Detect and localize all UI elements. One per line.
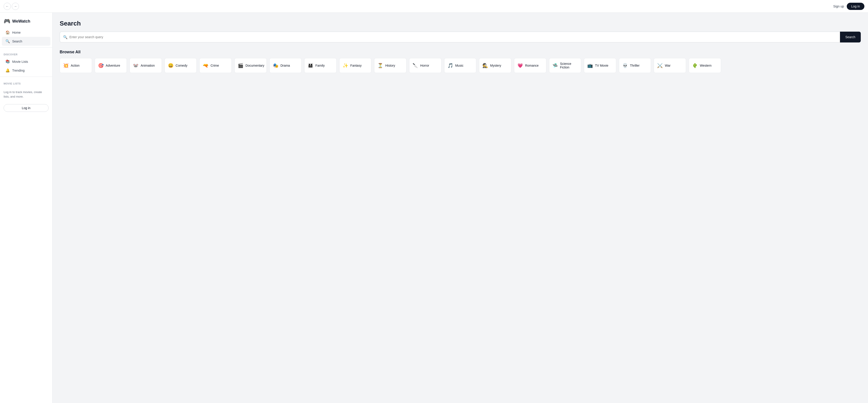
search-submit-button[interactable]: Search (840, 32, 861, 42)
topbar-left: ← → (4, 3, 19, 10)
sidebar-item-movie-lists-label: Movie Lists (12, 60, 28, 64)
login-button[interactable]: Log in (847, 3, 864, 10)
mystery-icon: 🕵️ (483, 63, 488, 68)
sidebar-divider-2 (0, 76, 52, 77)
fantasy-label: Fantasy (350, 64, 362, 67)
search-input-icon: 🔍 (63, 35, 68, 39)
genre-card-history[interactable]: ⏳History (374, 58, 406, 73)
trending-icon: 🔔 (5, 68, 10, 72)
genre-card-war[interactable]: ⚔️War (654, 58, 686, 73)
adventure-label: Adventure (106, 64, 120, 67)
sidebar-item-trending-label: Trending (12, 69, 25, 72)
sidebar-item-movie-lists[interactable]: 📚 Movie Lists (2, 57, 51, 66)
science-fiction-icon: 🛸 (553, 63, 558, 68)
topbar: ← → Sign up Log in (0, 0, 868, 13)
war-icon: ⚔️ (657, 63, 662, 68)
sidebar-login-button[interactable]: Log in (4, 104, 49, 112)
sidebar-divider-1 (0, 47, 52, 48)
forward-button[interactable]: → (12, 3, 19, 10)
genre-card-fantasy[interactable]: ✨Fantasy (339, 58, 372, 73)
signup-link[interactable]: Sign up (833, 4, 844, 8)
home-icon: 🏠 (5, 30, 10, 35)
movie-lists-icon: 📚 (5, 59, 10, 64)
war-label: War (665, 64, 671, 67)
thriller-icon: 💀 (622, 63, 628, 68)
documentary-icon: 🎬 (238, 63, 243, 68)
sidebar-item-trending[interactable]: 🔔 Trending (2, 66, 51, 75)
genre-card-horror[interactable]: 🔪Horror (409, 58, 441, 73)
genre-card-animation[interactable]: 🐭Animation (129, 58, 162, 73)
action-icon: 💥 (63, 63, 68, 68)
genre-card-drama[interactable]: 🎭Drama (270, 58, 302, 73)
thriller-label: Thriller (630, 64, 640, 67)
main-content: Search 🔍 Search Browse All 💥Action🎯Adven… (53, 13, 868, 403)
science-fiction-label: Science Fiction (560, 62, 578, 69)
history-icon: ⏳ (377, 63, 383, 68)
page-title: Search (60, 20, 861, 27)
genre-card-documentary[interactable]: 🎬Documentary (235, 58, 267, 73)
search-bar-container: 🔍 Search (60, 32, 861, 42)
action-label: Action (71, 64, 80, 67)
horror-label: Horror (420, 64, 429, 67)
adventure-icon: 🎯 (98, 63, 103, 68)
sidebar-item-home-label: Home (12, 31, 21, 34)
genre-card-adventure[interactable]: 🎯Adventure (95, 58, 127, 73)
discover-section-label: DISCOVER (0, 49, 52, 57)
music-icon: 🎵 (447, 63, 453, 68)
search-nav-icon: 🔍 (5, 39, 10, 43)
genre-card-comedy[interactable]: 😄Comedy (164, 58, 197, 73)
sidebar-item-search-label: Search (12, 39, 22, 43)
drama-icon: 🎭 (273, 63, 278, 68)
movie-lists-section-label: MOVIE LISTS (0, 78, 52, 86)
horror-icon: 🔪 (412, 63, 418, 68)
logo-text: WeWatch (12, 19, 30, 24)
comedy-icon: 😄 (168, 63, 174, 68)
drama-label: Drama (281, 64, 290, 67)
history-label: History (385, 64, 395, 67)
music-label: Music (455, 64, 464, 67)
western-icon: 🌵 (692, 63, 698, 68)
tv-movie-label: TV Movie (595, 64, 608, 67)
search-input[interactable] (69, 33, 837, 41)
layout: 🎮 WeWatch 🏠 Home 🔍 Search DISCOVER 📚 Mov… (0, 0, 868, 403)
back-button[interactable]: ← (4, 3, 11, 10)
fantasy-icon: ✨ (343, 63, 348, 68)
genre-card-music[interactable]: 🎵Music (444, 58, 476, 73)
comedy-label: Comedy (176, 64, 187, 67)
search-input-wrapper: 🔍 (60, 32, 840, 42)
crime-label: Crime (211, 64, 219, 67)
documentary-label: Documentary (246, 64, 264, 67)
romance-icon: 💗 (518, 63, 523, 68)
logo-section: 🎮 WeWatch (0, 16, 52, 28)
nav-arrows: ← → (4, 3, 19, 10)
animation-icon: 🐭 (133, 63, 138, 68)
genre-card-tv-movie[interactable]: 📺TV Movie (584, 58, 616, 73)
browse-all-title: Browse All (60, 50, 861, 55)
genre-grid: 💥Action🎯Adventure🐭Animation😄Comedy🔫Crime… (60, 58, 861, 73)
genre-card-western[interactable]: 🌵Western (689, 58, 721, 73)
family-label: Family (315, 64, 324, 67)
genre-card-thriller[interactable]: 💀Thriller (619, 58, 651, 73)
romance-label: Romance (525, 64, 539, 67)
sidebar-item-search[interactable]: 🔍 Search (2, 37, 51, 46)
genre-card-action[interactable]: 💥Action (60, 58, 92, 73)
mystery-label: Mystery (490, 64, 501, 67)
topbar-right: Sign up Log in (833, 3, 864, 10)
sidebar-promo-text: Log in to track movies, create lists, an… (0, 86, 52, 102)
sidebar: 🎮 WeWatch 🏠 Home 🔍 Search DISCOVER 📚 Mov… (0, 13, 53, 403)
genre-card-romance[interactable]: 💗Romance (514, 58, 546, 73)
logo-icon: 🎮 (4, 18, 10, 24)
western-label: Western (700, 64, 712, 67)
crime-icon: 🔫 (203, 63, 208, 68)
animation-label: Animation (141, 64, 155, 67)
genre-card-family[interactable]: 👨‍👩‍👧‍👦Family (304, 58, 337, 73)
genre-card-crime[interactable]: 🔫Crime (199, 58, 232, 73)
tv-movie-icon: 📺 (587, 63, 593, 68)
family-icon: 👨‍👩‍👧‍👦 (308, 63, 313, 68)
browse-all-section: Browse All 💥Action🎯Adventure🐭Animation😄C… (60, 50, 861, 73)
genre-card-mystery[interactable]: 🕵️Mystery (479, 58, 511, 73)
genre-card-science-fiction[interactable]: 🛸Science Fiction (549, 58, 581, 73)
sidebar-item-home[interactable]: 🏠 Home (2, 28, 51, 37)
